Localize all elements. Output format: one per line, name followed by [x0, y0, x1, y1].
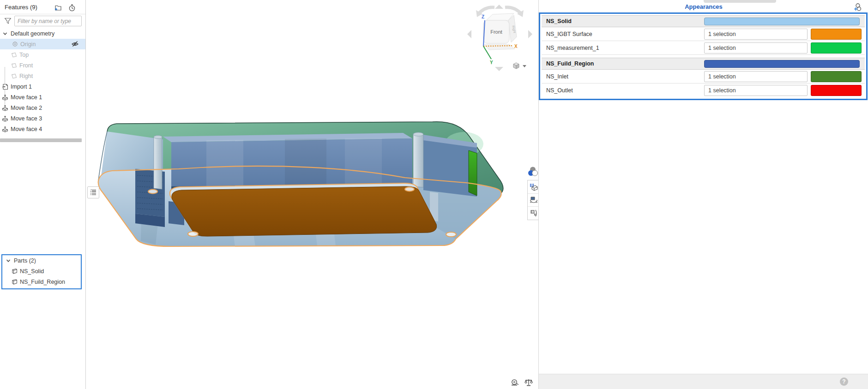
history-clock-icon — [67, 3, 77, 12]
parts-panel: Parts (2) NS_Solid NS_Fuild_Region — [1, 254, 82, 289]
rotate-down-arrow — [495, 67, 503, 71]
view-cube-rotate-icon — [529, 195, 539, 205]
x-axis-label: X — [514, 44, 518, 49]
appearance-row-ns-igbt-surface[interactable]: NS_IGBT Surface 1 selection — [542, 27, 865, 41]
filter-row — [0, 14, 85, 28]
history-button[interactable] — [67, 3, 77, 12]
move-face-icon — [1, 104, 9, 112]
appearances-title: Appearances — [539, 3, 868, 10]
color-swatch[interactable] — [811, 85, 862, 96]
tree-item-default-geometry[interactable]: Default geometry — [0, 28, 85, 39]
features-horizontal-scrollbar[interactable] — [0, 138, 82, 142]
features-panel: Features (9) Default geometry Origin — [0, 0, 86, 389]
plane-icon — [10, 51, 18, 59]
tree-item-move-face-1[interactable]: Move face 1 — [0, 92, 85, 102]
plane-icon — [10, 62, 18, 69]
features-title: Features (9) — [5, 4, 37, 11]
color-swatch[interactable] — [704, 60, 860, 68]
chevron-down-icon[interactable] — [1, 30, 9, 37]
tree-item-front-plane[interactable]: Front — [0, 60, 85, 71]
tree-item-right-plane[interactable]: Right — [0, 71, 85, 81]
z-axis-label: Z — [482, 14, 484, 19]
model-canvas[interactable] — [86, 111, 539, 263]
3d-viewport[interactable]: Front Right Z X Y — [86, 0, 538, 389]
appearances-panel: Appearances NS_Solid NS_IGBT Surface 1 s… — [538, 0, 868, 389]
move-face-icon — [1, 94, 9, 101]
add-appearance-button[interactable] — [852, 2, 862, 12]
features-tree: Default geometry Origin Top Front Right — [0, 28, 85, 134]
tape-measure-icon — [510, 378, 519, 387]
y-axis-label: Y — [490, 60, 493, 65]
color-swatch[interactable] — [704, 18, 860, 25]
folder-plus-icon — [54, 3, 63, 12]
panel-footer: ? — [539, 374, 868, 389]
cold-plate-model — [86, 111, 539, 263]
tree-item-top-plane[interactable]: Top — [0, 49, 85, 60]
section-cube-icon — [529, 182, 539, 192]
pin-left — [154, 136, 162, 189]
filter-input[interactable] — [14, 16, 82, 26]
cube-icon — [512, 62, 520, 70]
measure-button[interactable] — [510, 377, 520, 388]
appearance-row-ns-outlet[interactable]: NS_Outlet 1 selection — [542, 84, 865, 97]
hide-eye-slash-icon[interactable] — [71, 40, 79, 48]
tree-item-move-face-2[interactable]: Move face 2 — [0, 102, 85, 113]
mass-properties-button[interactable] — [524, 377, 534, 388]
origin-icon — [11, 41, 18, 48]
selection-input[interactable]: 1 selection — [704, 85, 808, 96]
tree-item-origin[interactable]: Origin — [0, 39, 85, 49]
panel-drag-handle[interactable] — [704, 0, 776, 3]
move-face-icon — [1, 115, 9, 122]
color-circles-icon — [527, 166, 539, 178]
new-folder-button[interactable] — [54, 3, 63, 12]
selection-input[interactable]: 1 selection — [704, 42, 808, 54]
part-icon — [11, 278, 18, 286]
color-swatch[interactable] — [811, 29, 862, 40]
cube-bottom-face — [484, 44, 515, 50]
cad-app: Features (9) Default geometry Origin — [0, 0, 868, 389]
selection-input[interactable]: 1 selection — [704, 71, 808, 82]
view-options-button[interactable] — [512, 61, 532, 71]
tree-item-move-face-4[interactable]: Move face 4 — [0, 124, 85, 134]
appearance-row-ns-fuild-region[interactable]: NS_Fuild_Region — [542, 58, 865, 70]
tree-item-import-1[interactable]: Import 1 — [0, 81, 85, 92]
import-icon — [1, 83, 9, 90]
balance-scale-icon — [524, 378, 533, 387]
features-header: Features (9) — [0, 0, 85, 14]
rotate-right-arrow — [528, 30, 532, 38]
chevron-down-icon — [523, 65, 526, 67]
part-icon — [11, 268, 18, 275]
color-swatch[interactable] — [811, 42, 862, 54]
measure-paren-icon — [529, 208, 539, 218]
appearance-row-ns-solid[interactable]: NS_Solid — [542, 15, 865, 27]
help-button[interactable]: ? — [840, 377, 848, 386]
move-face-icon — [1, 126, 9, 133]
chevron-down-icon[interactable] — [5, 257, 12, 264]
tree-item-move-face-3[interactable]: Move face 3 — [0, 113, 85, 124]
appearance-row-ns-inlet[interactable]: NS_Inlet 1 selection — [542, 70, 865, 84]
list-icon — [90, 189, 97, 196]
parts-group-row[interactable]: Parts (2) — [2, 255, 81, 266]
rotate-left-arrow — [467, 30, 471, 38]
igbt-plate — [170, 183, 437, 236]
rotate-up-arrow — [495, 5, 503, 9]
filter-funnel-icon[interactable] — [4, 17, 12, 25]
color-swatch[interactable] — [811, 71, 862, 82]
selection-input[interactable]: 1 selection — [704, 29, 808, 40]
cube-front-label: Front — [490, 29, 502, 35]
appearances-table: NS_Solid NS_IGBT Surface 1 selection NS_… — [539, 12, 868, 100]
part-item-ns-fuild-region[interactable]: NS_Fuild_Region — [2, 276, 81, 287]
add-appearance-icon — [852, 2, 862, 12]
appearance-tool-button[interactable] — [526, 165, 539, 178]
appearances-titlebar: Appearances — [539, 3, 868, 12]
inlet-patch — [469, 150, 477, 196]
appearance-row-ns-measurement-1[interactable]: NS_measurement_1 1 selection — [542, 41, 865, 55]
feature-list-toggle-button[interactable] — [87, 186, 99, 198]
part-item-ns-solid[interactable]: NS_Solid — [2, 266, 81, 276]
plane-icon — [10, 72, 18, 80]
